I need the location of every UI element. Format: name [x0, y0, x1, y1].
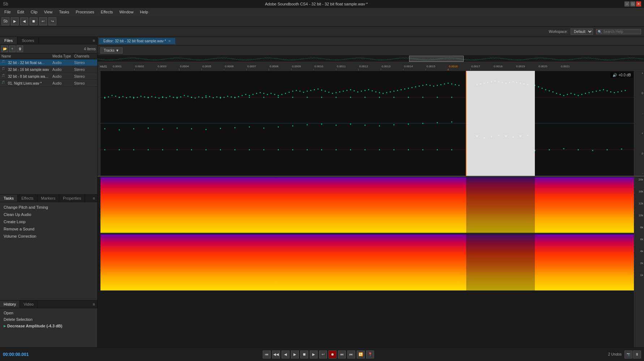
task-create-loop[interactable]: Create Loop: [0, 218, 97, 225]
menu-effects[interactable]: Effects: [98, 9, 116, 15]
toolbar-btn-6[interactable]: ↪: [48, 17, 56, 25]
history-menu-btn[interactable]: ≡: [91, 301, 97, 308]
svg-point-62: [180, 97, 181, 98]
tab-effects[interactable]: Effects: [18, 195, 37, 202]
transport-next-marker[interactable]: ⏭: [347, 351, 355, 358]
transport-btn-2[interactable]: 📍: [366, 351, 374, 358]
file-list: 🎵 32 bit - 32 bit float sa... Audio Ster…: [0, 59, 97, 99]
file-item-0[interactable]: 🎵 32 bit - 32 bit float sa... Audio Ster…: [0, 59, 97, 66]
svg-point-206: [104, 149, 106, 150]
svg-text:0.0007: 0.0007: [247, 65, 256, 68]
workspace-select[interactable]: Default: [571, 29, 593, 35]
transport-stop[interactable]: ⏹: [300, 351, 308, 358]
svg-point-171: [592, 92, 593, 93]
file-open-btn[interactable]: 📂: [1, 46, 8, 52]
freq-16k: 16k: [639, 190, 643, 193]
mini-viewport[interactable]: [409, 56, 464, 62]
history-item-decrease[interactable]: ▶ Decrease Amplitude (-4.3 dB): [0, 323, 97, 329]
svg-point-221: [321, 149, 322, 150]
menu-tasks[interactable]: Tasks: [56, 9, 72, 15]
col-channels-header: Channels: [74, 54, 96, 58]
svg-text:0.0011: 0.0011: [337, 65, 346, 68]
svg-point-124: [404, 89, 405, 90]
svg-point-202: [408, 97, 409, 98]
transport-back[interactable]: ◀: [282, 351, 289, 358]
tab-video[interactable]: Video: [20, 301, 38, 308]
undo-snapshot-btn[interactable]: 📷: [624, 351, 632, 358]
svg-point-81: [249, 95, 250, 96]
transport-forward[interactable]: ▶: [291, 351, 299, 358]
file-new-btn[interactable]: +: [9, 46, 16, 52]
spectral-area[interactable]: 20k 16k 12k 10k 8k 6k 4k 2k 1k: [98, 177, 644, 347]
menu-edit[interactable]: Edit: [14, 9, 27, 15]
history-item-open[interactable]: Open: [0, 310, 97, 316]
menu-file[interactable]: File: [1, 9, 14, 15]
col-name-header: Name: [1, 54, 52, 58]
freq-12k: 12k: [639, 202, 643, 205]
task-remove-sound[interactable]: Remove a Sound: [0, 225, 97, 233]
file-channels-1: Stereo: [74, 68, 96, 72]
editor-tab-item[interactable]: Editor: 32 bit - 32 bit float sample.wav…: [99, 38, 175, 44]
task-clean-up[interactable]: Clean Up Audio: [0, 211, 97, 218]
svg-point-175: [607, 90, 608, 92]
toolbar-btn-4[interactable]: ⏹: [30, 17, 38, 25]
menu-clip[interactable]: Clip: [28, 9, 40, 15]
undo-trash-btn[interactable]: 🗑: [633, 351, 641, 358]
tab-tasks[interactable]: Tasks: [0, 195, 18, 202]
tab-scores[interactable]: Scores: [17, 37, 39, 44]
file-item-3[interactable]: 🎵 01. Night Lives.wav * Audio Stereo: [0, 80, 97, 87]
svg-point-90: [282, 94, 283, 95]
svg-text:0.0005: 0.0005: [202, 65, 211, 68]
transport-prev-marker[interactable]: ⏮: [338, 351, 346, 358]
svg-point-93: [292, 91, 293, 92]
svg-point-242: [263, 128, 265, 129]
svg-point-197: [336, 97, 337, 98]
close-button[interactable]: ✕: [636, 1, 641, 7]
transport-btn-1[interactable]: 🔁: [357, 351, 365, 358]
task-volume-correction[interactable]: Volume Correction: [0, 233, 97, 240]
tab-markers[interactable]: Markers: [38, 195, 60, 202]
svg-point-101: [321, 90, 322, 91]
svg-point-89: [278, 95, 279, 96]
editor-tab-close[interactable]: ✕: [168, 39, 171, 43]
transport-record[interactable]: ⏺: [329, 351, 336, 358]
transport-loop[interactable]: ↩: [319, 351, 327, 358]
toolbar-btn-2[interactable]: ▶: [11, 17, 19, 25]
tab-history[interactable]: History: [0, 301, 20, 308]
task-change-pitch[interactable]: Change Pitch and Timing: [0, 204, 97, 211]
tracks-dropdown[interactable]: Tracks ▼: [100, 47, 123, 54]
transport-rewind-start[interactable]: ⏮: [263, 351, 271, 358]
search-input[interactable]: [603, 30, 639, 34]
menu-view[interactable]: View: [41, 9, 56, 15]
waveform-area[interactable]: 🔊 +0.0 dB: [98, 71, 644, 176]
svg-point-113: [365, 90, 366, 91]
svg-point-68: [202, 97, 203, 98]
file-item-1[interactable]: 🎵 32 bit - 16 bit sample.wav Audio Stere…: [0, 66, 97, 73]
transport-prev[interactable]: ◀◀: [272, 351, 280, 358]
file-name-2: 32 bit - 8 bit sample.wa...: [8, 75, 52, 78]
svg-rect-274: [466, 177, 535, 233]
svg-point-111: [357, 92, 359, 93]
file-item-2[interactable]: 🎵 32 bit - 8 bit sample.wa... Audio Ster…: [0, 73, 97, 80]
transport-play[interactable]: ▶: [310, 351, 318, 358]
tasks-menu-btn[interactable]: ≡: [91, 195, 97, 202]
tab-properties[interactable]: Properties: [59, 195, 85, 202]
menu-help[interactable]: Help: [137, 9, 151, 15]
toolbar-btn-5[interactable]: ↩: [39, 17, 47, 25]
svg-text:0.0008: 0.0008: [270, 65, 279, 68]
tab-files[interactable]: Files: [0, 37, 17, 44]
menu-processes[interactable]: Processes: [73, 9, 97, 15]
toolbar-btn-1[interactable]: Sb: [1, 17, 9, 25]
maximize-button[interactable]: □: [630, 1, 635, 7]
svg-text:0.0013: 0.0013: [382, 65, 391, 68]
panel-menu-btn[interactable]: ≡: [91, 37, 97, 44]
minimize-button[interactable]: −: [624, 1, 630, 7]
file-delete-btn[interactable]: 🗑: [17, 46, 23, 52]
freq-10k: 10k: [639, 214, 643, 217]
mini-overview[interactable]: [98, 56, 644, 62]
svg-point-56: [159, 98, 160, 99]
history-item-delete[interactable]: Delete Selection: [0, 316, 97, 323]
menu-window[interactable]: Window: [116, 9, 136, 15]
svg-point-210: [162, 149, 163, 150]
toolbar-btn-3[interactable]: ◀: [20, 17, 28, 25]
